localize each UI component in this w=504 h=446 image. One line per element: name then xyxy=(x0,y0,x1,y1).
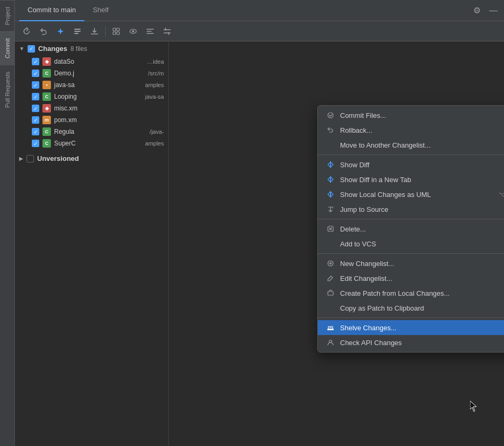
file-path-2: amples xyxy=(145,82,164,88)
sidebar: Project Commit Pull Requests xyxy=(0,0,15,446)
file-checkbox-3[interactable]: ✓ xyxy=(32,93,39,100)
svg-point-11 xyxy=(328,113,333,118)
sidebar-tab-project[interactable]: Project xyxy=(0,0,14,31)
download-button[interactable] xyxy=(87,25,102,38)
tab-bar-right: ⚙ — xyxy=(471,3,500,18)
file-icon-6: C xyxy=(42,127,51,136)
file-icon-5: m xyxy=(42,116,51,124)
sidebar-tab-pull-requests[interactable]: Pull Requests xyxy=(0,65,14,114)
menu-item-copy-patch[interactable]: Copy as Patch to Clipboard xyxy=(318,301,504,315)
delete-icon xyxy=(326,225,335,233)
align2-button[interactable] xyxy=(160,25,175,38)
move-changelist-label: Move to Another Changelist... xyxy=(340,141,500,149)
file-checkbox-6[interactable]: ✓ xyxy=(32,128,39,135)
file-icon-0: ◈ xyxy=(42,57,51,66)
menu-item-move-changelist[interactable]: Move to Another Changelist... ⇧⌘M xyxy=(318,138,504,152)
menu-item-rollback[interactable]: Rollback... ⌥⌘Z xyxy=(318,123,504,138)
file-item-javasa[interactable]: ✓ ▪ java-sa amples xyxy=(28,79,168,91)
minimize-button[interactable]: — xyxy=(487,4,500,18)
toolbar-separator-1 xyxy=(105,26,106,37)
menu-item-show-diff-tab[interactable]: Show Diff in a New Tab xyxy=(318,172,504,187)
copy-patch-label: Copy as Patch to Clipboard xyxy=(340,304,504,312)
context-menu: Commit Files... Rollback... ⌥⌘Z Move to … xyxy=(317,105,504,353)
file-path-7: amples xyxy=(145,140,164,147)
menu-item-edit-changelist[interactable]: Edit Changelist... F2 xyxy=(318,271,504,286)
tab-commit[interactable]: Commit to main xyxy=(19,0,84,21)
file-item-looping[interactable]: ✓ C Looping java-sa xyxy=(28,91,168,102)
file-item-regula[interactable]: ✓ C Regula /java- xyxy=(28,126,168,138)
menu-item-shelve-changes[interactable]: Shelve Changes... xyxy=(318,320,504,335)
grid-button[interactable] xyxy=(109,25,124,38)
menu-item-commit-files[interactable]: Commit Files... xyxy=(318,108,504,123)
sidebar-tab-commit[interactable]: Commit xyxy=(0,31,14,65)
changes-header[interactable]: ▼ ✓ Changes 8 files xyxy=(15,41,168,56)
file-path-1: /src/m xyxy=(148,70,164,76)
svg-rect-5 xyxy=(113,28,116,31)
file-icon-3: C xyxy=(42,92,51,101)
menu-item-create-patch[interactable]: Create Patch from Local Changes... xyxy=(318,286,504,301)
file-item-miscxm[interactable]: ✓ ◈ misc.xm xyxy=(28,102,168,114)
checklist-icon xyxy=(73,27,82,36)
menu-item-jump-source[interactable]: Jump to Source ⌘↓ xyxy=(318,202,504,217)
add-vcs-icon xyxy=(326,239,335,248)
menu-item-add-vcs[interactable]: Add to VCS ⌥⌘A xyxy=(318,236,504,251)
undo-icon xyxy=(39,27,48,36)
unversioned-checkbox[interactable] xyxy=(27,155,34,162)
menu-item-new-changelist[interactable]: New Changelist... xyxy=(318,256,504,271)
svg-rect-25 xyxy=(328,291,333,295)
refresh-icon xyxy=(22,27,31,36)
file-item-pomxm[interactable]: ✓ m pom.xm xyxy=(28,114,168,126)
file-item-dataso[interactable]: ✓ ◈ dataSo …idea xyxy=(28,56,168,67)
align2-icon xyxy=(163,27,171,36)
tab-bar: Commit to main Shelf ⚙ — xyxy=(15,0,504,21)
menu-item-show-uml[interactable]: Show Local Changes as UML ⌥⇧⌘D xyxy=(318,187,504,202)
file-name-7: SuperC xyxy=(54,140,142,147)
svg-marker-12 xyxy=(331,162,333,167)
download-icon xyxy=(90,27,99,36)
file-checkbox-1[interactable]: ✓ xyxy=(32,70,39,77)
svg-marker-14 xyxy=(331,177,333,182)
toolbar xyxy=(15,21,504,41)
mouse-cursor xyxy=(470,401,479,414)
rollback-icon xyxy=(326,126,335,134)
undo-button[interactable] xyxy=(36,25,51,38)
file-item-demoj[interactable]: ✓ C Demo.j /src/m xyxy=(28,67,168,79)
checklist-button[interactable] xyxy=(70,25,85,38)
files-panel: ▼ ✓ Changes 8 files ✓ ◈ dataSo …idea ✓ xyxy=(15,41,169,446)
ai-button[interactable] xyxy=(53,25,68,38)
show-uml-label: Show Local Changes as UML xyxy=(340,191,493,199)
file-checkbox-4[interactable]: ✓ xyxy=(32,105,39,112)
separator-1 xyxy=(318,155,504,155)
changes-chevron: ▼ xyxy=(19,46,24,52)
file-icon-7: C xyxy=(42,139,51,148)
file-path-3: java-sa xyxy=(145,93,164,100)
menu-item-check-api[interactable]: Check API Changes xyxy=(318,335,504,350)
jump-source-icon xyxy=(326,205,335,213)
panel-area: ▼ ✓ Changes 8 files ✓ ◈ dataSo …idea ✓ xyxy=(15,41,504,446)
svg-rect-8 xyxy=(117,32,119,35)
svg-rect-7 xyxy=(113,32,116,35)
eye-button[interactable] xyxy=(126,25,141,38)
svg-marker-15 xyxy=(328,177,331,182)
refresh-button[interactable] xyxy=(19,25,34,38)
unversioned-chevron: ▶ xyxy=(19,156,23,161)
svg-rect-3 xyxy=(74,31,81,32)
menu-item-delete[interactable]: Delete... ⌫ xyxy=(318,221,504,236)
svg-marker-16 xyxy=(331,192,333,197)
align1-button[interactable] xyxy=(143,25,158,38)
create-patch-label: Create Patch from Local Changes... xyxy=(340,289,504,297)
settings-button[interactable]: ⚙ xyxy=(471,3,483,18)
eye-icon xyxy=(129,27,137,36)
file-icon-2: ▪ xyxy=(42,81,51,89)
menu-item-show-diff[interactable]: Show Diff ⌘D xyxy=(318,157,504,172)
tab-shelf[interactable]: Shelf xyxy=(84,0,117,21)
file-checkbox-7[interactable]: ✓ xyxy=(32,140,39,147)
unversioned-label: Unversioned xyxy=(37,155,79,162)
file-checkbox-2[interactable]: ✓ xyxy=(32,81,39,89)
file-path-6: /java- xyxy=(150,128,164,135)
changes-checkbox[interactable]: ✓ xyxy=(28,45,35,53)
file-checkbox-5[interactable]: ✓ xyxy=(32,116,39,124)
unversioned-header[interactable]: ▶ Unversioned xyxy=(15,151,168,166)
file-checkbox-0[interactable]: ✓ xyxy=(32,58,39,65)
file-item-superc[interactable]: ✓ C SuperC amples xyxy=(28,138,168,149)
